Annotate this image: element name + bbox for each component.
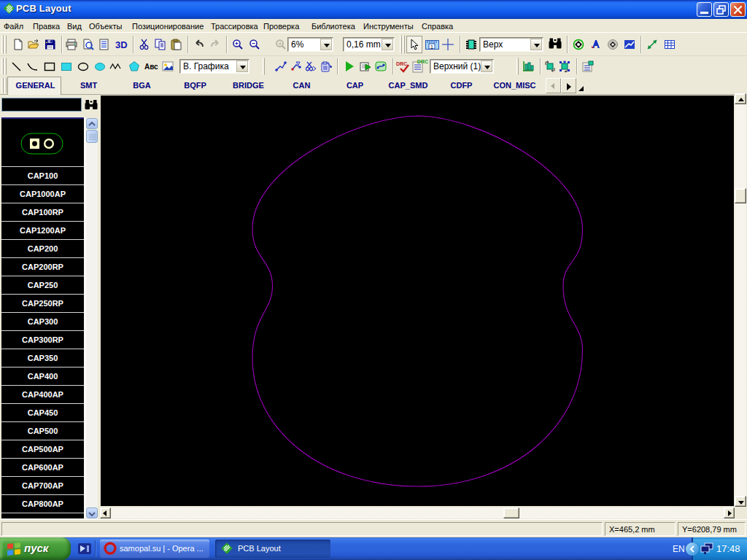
svg-text:1: 1 xyxy=(430,44,433,50)
